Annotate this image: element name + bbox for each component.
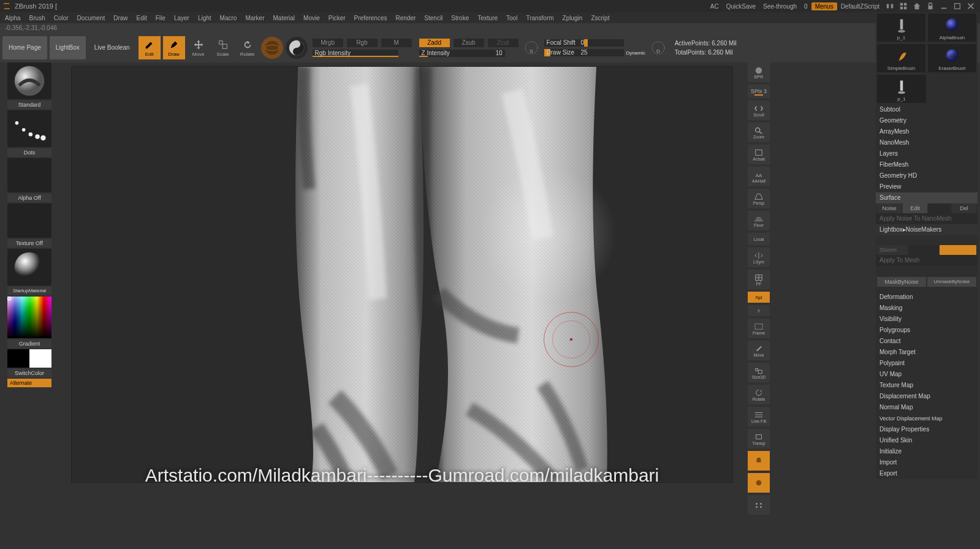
rgb-intensity-slider[interactable]: Rgb Intensity — [313, 50, 398, 57]
seethrough-value[interactable]: 0 — [800, 2, 811, 11]
menu-color[interactable]: Color — [54, 15, 69, 21]
section-vdm[interactable]: Vector Displacement Map — [876, 413, 978, 424]
section-displacementmap[interactable]: Displacement Map — [876, 391, 978, 402]
zcut-button[interactable]: Zcut — [488, 39, 518, 47]
edit-mode-button[interactable]: Edit — [139, 36, 161, 59]
menu-marker[interactable]: Marker — [245, 15, 264, 21]
tool-thumb-p1[interactable]: p_1 — [877, 13, 925, 42]
rgb-button[interactable]: Rgb — [347, 39, 378, 47]
texture-thumb[interactable] — [7, 203, 51, 238]
zoom-button[interactable]: Zoom — [748, 123, 770, 142]
grid-icon[interactable] — [899, 2, 908, 10]
stroke-thumb[interactable] — [7, 110, 51, 147]
rotate-mode-button[interactable]: Rotate — [237, 36, 259, 59]
lock-icon[interactable] — [926, 2, 935, 10]
section-geometry[interactable]: Geometry — [876, 115, 978, 126]
gyro-toggle[interactable] — [261, 37, 283, 59]
ghost-button[interactable] — [748, 451, 770, 471]
noise-edit-button[interactable]: Edit — [903, 203, 927, 213]
section-preview[interactable]: Preview — [876, 181, 978, 192]
menu-stencil[interactable]: Stencil — [424, 15, 443, 21]
quicksave-button[interactable]: QuickSave — [723, 2, 759, 11]
alternate-button[interactable]: Alternate — [7, 379, 51, 387]
menu-light[interactable]: Light — [198, 15, 211, 21]
persp-button[interactable]: Persp — [748, 189, 770, 208]
color-picker[interactable] — [7, 297, 51, 338]
menu-preferences[interactable]: Preferences — [354, 15, 387, 21]
section-geometryhd[interactable]: Geometry HD — [876, 170, 978, 181]
home-icon[interactable] — [913, 2, 921, 10]
maximize-icon[interactable] — [953, 2, 962, 10]
z-intensity-slider[interactable]: Z Intensity 10 — [419, 50, 505, 57]
section-visibility[interactable]: Visibility — [876, 314, 978, 325]
move-mode-button[interactable]: Move — [188, 36, 210, 59]
scroll-button[interactable]: Scroll — [748, 100, 770, 120]
snorm-slider[interactable] — [940, 245, 976, 255]
transp-button[interactable]: Transp — [748, 429, 770, 449]
menu-brush[interactable]: Brush — [29, 15, 45, 21]
section-import[interactable]: Import — [876, 457, 978, 468]
gradient-label[interactable]: Gradient — [7, 339, 51, 348]
m-button[interactable]: M — [381, 39, 412, 47]
menu-macro[interactable]: Macro — [220, 15, 237, 21]
section-polypaint[interactable]: Polypaint — [876, 358, 978, 369]
lightbox-noisemakers-button[interactable]: Lightbox▸NoiseMakers — [876, 224, 978, 235]
section-unifiedskin[interactable]: Unified Skin — [876, 435, 978, 446]
menu-file[interactable]: File — [156, 15, 165, 21]
menus-button[interactable]: Menus — [811, 2, 837, 10]
section-subtool[interactable]: Subtool — [876, 104, 978, 115]
s-curve-icon[interactable]: S — [523, 40, 539, 56]
section-masking[interactable]: Masking — [876, 303, 978, 314]
scale-mode-button[interactable]: Scale — [212, 36, 234, 59]
scale-view-button[interactable]: Size3D — [748, 363, 770, 382]
collapse-icon[interactable] — [886, 2, 894, 10]
section-contact[interactable]: Contact — [876, 336, 978, 347]
draw-size-slider[interactable]: Draw Size 25 — [544, 49, 624, 56]
d-curve-icon[interactable]: D — [650, 40, 666, 56]
noise-del-button[interactable]: Del — [952, 203, 976, 213]
zadd-button[interactable]: Zadd — [419, 39, 450, 47]
linefill-button[interactable]: Line Fill — [748, 407, 770, 426]
spix-slider[interactable]: SPix 3 — [748, 85, 770, 98]
focal-shift-slider[interactable]: Focal Shift 0 — [544, 39, 624, 47]
menu-alpha[interactable]: Alpha — [5, 15, 21, 21]
tool-thumb-alpha[interactable]: AlphaBrush — [928, 13, 976, 42]
dynamic-label[interactable]: Dynamic — [626, 50, 645, 56]
menu-edit[interactable]: Edit — [137, 15, 147, 21]
default-zscript[interactable]: DefaultZScript — [837, 2, 883, 11]
section-nanomesh[interactable]: NanoMesh — [876, 137, 978, 148]
close-icon[interactable] — [967, 2, 975, 10]
section-uvmap[interactable]: UV Map — [876, 369, 978, 380]
tool-thumb-eraser[interactable]: EraserBrush — [928, 44, 976, 72]
maskbynoise-button[interactable]: MaskByNoise — [877, 277, 926, 287]
menu-transform[interactable]: Transform — [526, 15, 553, 21]
brush-thumb[interactable] — [7, 62, 51, 99]
minimize-icon[interactable] — [940, 2, 948, 10]
menu-tool[interactable]: Tool — [506, 15, 517, 21]
xpose-button[interactable] — [748, 495, 770, 515]
menu-stroke[interactable]: Stroke — [451, 15, 469, 21]
lsym-button[interactable]: LSym — [748, 248, 770, 267]
draw-mode-button[interactable]: Draw — [163, 36, 185, 59]
viewport[interactable]: Artstatio.com/Miladkambari----------Gumr… — [71, 66, 733, 483]
lightbox-button[interactable]: LightBox — [50, 36, 86, 59]
section-initialize[interactable]: Initialize — [876, 446, 978, 457]
apply-nano-button[interactable]: Apply Noise To NanoMesh — [876, 213, 978, 224]
switch-color-button[interactable]: SwitchColor — [7, 369, 51, 377]
sculptris-toggle[interactable] — [286, 37, 308, 59]
menu-document[interactable]: Document — [77, 15, 105, 21]
menu-draw[interactable]: Draw — [113, 15, 127, 21]
section-surface[interactable]: Surface — [876, 192, 978, 203]
seethrough-label[interactable]: See-through — [759, 2, 800, 11]
section-arraymesh[interactable]: ArrayMesh — [876, 126, 978, 137]
aahalf-button[interactable]: AAAAHalf — [748, 167, 770, 186]
floor-button[interactable]: Floor — [748, 211, 770, 230]
mrgb-button[interactable]: Mrgb — [313, 39, 343, 47]
material-thumb[interactable] — [7, 249, 51, 286]
swatch-primary[interactable] — [29, 349, 51, 368]
rotate-view-button[interactable]: Rotate — [748, 385, 770, 404]
y-button[interactable]: Y — [748, 305, 770, 316]
section-morphtarget[interactable]: Morph Target — [876, 347, 978, 358]
menu-material[interactable]: Material — [273, 15, 295, 21]
solo-button[interactable] — [748, 473, 770, 493]
